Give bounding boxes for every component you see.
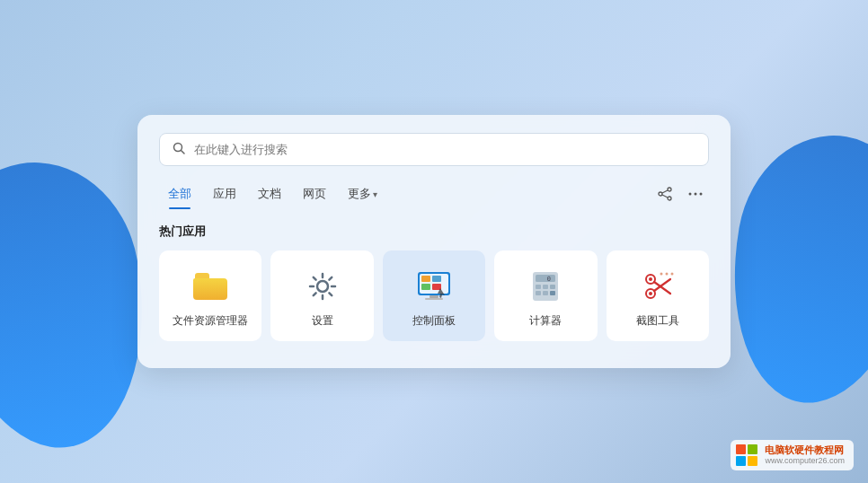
tab-web[interactable]: 网页 bbox=[294, 180, 335, 207]
search-input[interactable] bbox=[194, 143, 695, 156]
app-card-file-explorer[interactable]: 文件资源管理器 bbox=[159, 250, 261, 341]
search-panel: 全部 应用 文档 网页 更多 ▾ 热门应用 bbox=[137, 115, 731, 368]
svg-rect-27 bbox=[543, 291, 548, 295]
chevron-down-icon: ▾ bbox=[373, 189, 377, 199]
app-card-calculator[interactable]: 0 计算器 bbox=[494, 250, 597, 341]
svg-point-32 bbox=[649, 277, 652, 281]
tabs-row: 全部 应用 文档 网页 更多 ▾ bbox=[159, 180, 709, 207]
tab-more[interactable]: 更多 ▾ bbox=[339, 180, 386, 207]
svg-rect-25 bbox=[550, 285, 555, 289]
svg-rect-17 bbox=[430, 295, 438, 298]
tab-all[interactable]: 全部 bbox=[159, 180, 200, 207]
tab-more-label: 更多 bbox=[348, 186, 371, 202]
settings-icon bbox=[303, 267, 342, 306]
app-label-control-panel: 控制面板 bbox=[412, 313, 456, 329]
search-bar[interactable] bbox=[159, 133, 709, 166]
app-card-snipping-tool[interactable]: 截图工具 bbox=[607, 250, 709, 341]
search-icon bbox=[173, 142, 185, 157]
bg-decoration-right bbox=[711, 121, 868, 417]
watermark-text: 电脑软硬件教程网 www.computer26.com bbox=[765, 444, 845, 466]
watermark: 电脑软硬件教程网 www.computer26.com bbox=[731, 440, 854, 470]
watermark-site-url: www.computer26.com bbox=[765, 456, 845, 466]
app-label-snipping-tool: 截图工具 bbox=[636, 313, 679, 329]
svg-line-1 bbox=[182, 151, 185, 154]
svg-rect-15 bbox=[421, 284, 430, 290]
svg-point-9 bbox=[700, 193, 703, 196]
svg-rect-14 bbox=[432, 276, 441, 282]
windows-logo-icon bbox=[736, 444, 757, 466]
app-label-settings: 设置 bbox=[312, 313, 333, 329]
snipping-tool-icon bbox=[638, 267, 678, 306]
app-grid: 文件资源管理器 设置 bbox=[159, 250, 709, 341]
tab-docs[interactable]: 文档 bbox=[249, 180, 290, 207]
app-label-file-explorer: 文件资源管理器 bbox=[173, 313, 248, 329]
control-panel-icon bbox=[414, 267, 454, 306]
svg-point-2 bbox=[668, 188, 671, 191]
svg-point-3 bbox=[659, 192, 662, 196]
svg-rect-23 bbox=[536, 285, 541, 289]
app-label-calculator: 计算器 bbox=[529, 313, 562, 329]
share-icon-button[interactable] bbox=[651, 180, 678, 207]
svg-point-31 bbox=[649, 292, 652, 295]
svg-point-37 bbox=[670, 273, 673, 276]
svg-rect-28 bbox=[550, 291, 555, 295]
svg-rect-18 bbox=[425, 298, 443, 300]
app-card-settings[interactable]: 设置 bbox=[270, 250, 373, 341]
svg-point-7 bbox=[689, 193, 692, 196]
svg-point-8 bbox=[695, 193, 697, 196]
svg-text:0: 0 bbox=[547, 276, 551, 283]
svg-line-33 bbox=[654, 279, 670, 291]
svg-line-34 bbox=[654, 282, 670, 294]
svg-rect-24 bbox=[543, 285, 548, 289]
app-card-control-panel[interactable]: 控制面板 bbox=[383, 250, 485, 341]
svg-rect-16 bbox=[432, 284, 441, 290]
svg-point-4 bbox=[668, 197, 671, 200]
svg-rect-13 bbox=[421, 276, 430, 282]
svg-point-10 bbox=[317, 281, 328, 292]
svg-line-5 bbox=[662, 190, 668, 193]
svg-point-36 bbox=[665, 273, 668, 276]
svg-rect-21 bbox=[536, 275, 555, 282]
svg-line-6 bbox=[662, 195, 668, 198]
svg-rect-26 bbox=[536, 291, 541, 295]
more-options-button[interactable] bbox=[682, 180, 709, 207]
calculator-icon: 0 bbox=[526, 267, 565, 306]
file-explorer-icon bbox=[190, 267, 230, 306]
tab-apps[interactable]: 应用 bbox=[204, 180, 245, 207]
section-title: 热门应用 bbox=[159, 224, 709, 240]
watermark-site-name: 电脑软硬件教程网 bbox=[765, 444, 845, 456]
svg-point-35 bbox=[660, 273, 662, 276]
